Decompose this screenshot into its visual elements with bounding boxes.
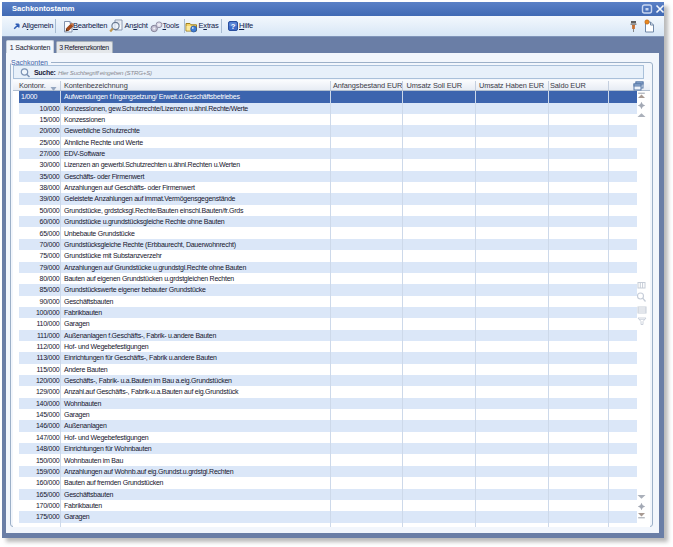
svg-text:?: ? xyxy=(231,22,236,31)
